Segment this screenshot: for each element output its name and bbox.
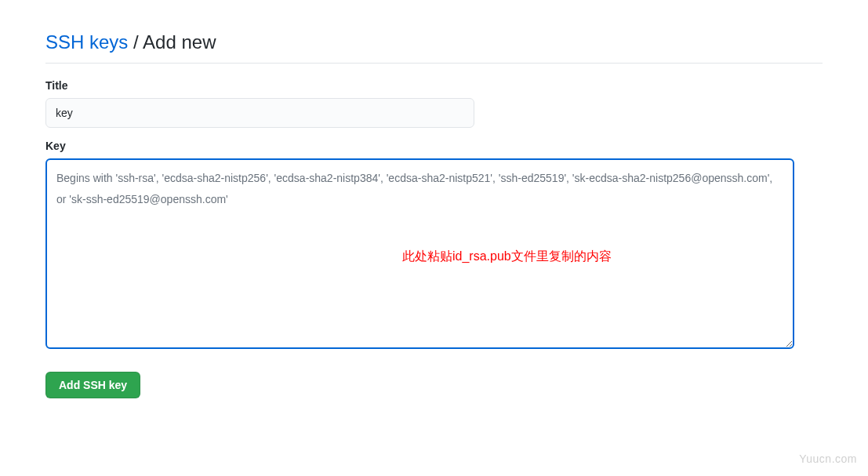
key-group: Key 此处粘贴id_rsa.pub文件里复制的内容	[45, 140, 823, 352]
breadcrumb-separator: /	[128, 31, 143, 53]
title-input[interactable]	[45, 98, 474, 128]
ssh-keys-link[interactable]: SSH keys	[45, 31, 128, 53]
key-textarea[interactable]	[45, 158, 794, 349]
breadcrumb: SSH keys / Add new	[45, 31, 823, 64]
title-label: Title	[45, 79, 823, 92]
title-group: Title	[45, 79, 823, 128]
key-label: Key	[45, 140, 823, 152]
key-textarea-wrap: 此处粘贴id_rsa.pub文件里复制的内容	[45, 158, 823, 352]
page-container: SSH keys / Add new Title Key 此处粘贴id_rsa.…	[0, 0, 868, 398]
breadcrumb-current: Add new	[143, 31, 216, 53]
watermark: Yuucn.com	[799, 452, 857, 465]
add-ssh-key-button[interactable]: Add SSH key	[45, 372, 140, 398]
